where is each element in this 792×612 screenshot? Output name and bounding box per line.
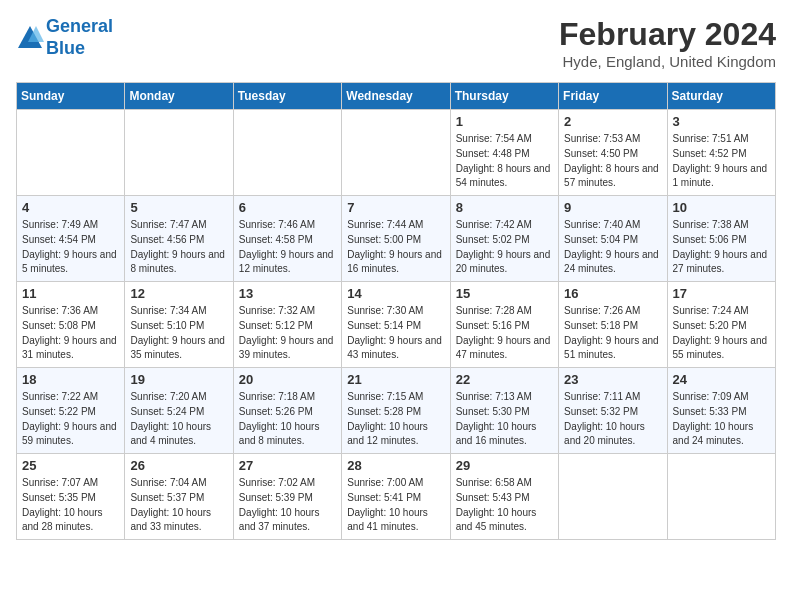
day-info: Daylight: 9 hours and 16 minutes. <box>347 248 444 276</box>
location-title: Hyde, England, United Kingdom <box>559 53 776 70</box>
calendar-cell: 28Sunrise: 7:00 AMSunset: 5:41 PMDayligh… <box>342 454 450 540</box>
day-info: Daylight: 10 hours and 37 minutes. <box>239 506 336 534</box>
calendar-header-row: SundayMondayTuesdayWednesdayThursdayFrid… <box>17 83 776 110</box>
day-info: Daylight: 8 hours and 57 minutes. <box>564 162 661 190</box>
calendar-cell <box>667 454 775 540</box>
day-info: Sunset: 5:32 PM <box>564 405 661 419</box>
calendar-cell <box>17 110 125 196</box>
day-info: Sunset: 5:12 PM <box>239 319 336 333</box>
day-info: Sunrise: 7:49 AM <box>22 218 119 232</box>
day-number: 19 <box>130 372 227 387</box>
day-number: 17 <box>673 286 770 301</box>
day-header-sunday: Sunday <box>17 83 125 110</box>
day-info: Sunrise: 7:34 AM <box>130 304 227 318</box>
day-info: Sunrise: 7:24 AM <box>673 304 770 318</box>
day-info: Sunrise: 7:38 AM <box>673 218 770 232</box>
day-info: Sunset: 5:26 PM <box>239 405 336 419</box>
day-number: 13 <box>239 286 336 301</box>
calendar-week-row: 25Sunrise: 7:07 AMSunset: 5:35 PMDayligh… <box>17 454 776 540</box>
calendar-cell: 22Sunrise: 7:13 AMSunset: 5:30 PMDayligh… <box>450 368 558 454</box>
day-number: 29 <box>456 458 553 473</box>
calendar-cell: 27Sunrise: 7:02 AMSunset: 5:39 PMDayligh… <box>233 454 341 540</box>
day-info: Sunrise: 7:13 AM <box>456 390 553 404</box>
day-info: Daylight: 10 hours and 8 minutes. <box>239 420 336 448</box>
calendar-cell: 25Sunrise: 7:07 AMSunset: 5:35 PMDayligh… <box>17 454 125 540</box>
day-info: Daylight: 10 hours and 33 minutes. <box>130 506 227 534</box>
day-info: Sunrise: 7:02 AM <box>239 476 336 490</box>
day-info: Sunrise: 7:00 AM <box>347 476 444 490</box>
day-info: Daylight: 10 hours and 28 minutes. <box>22 506 119 534</box>
day-number: 21 <box>347 372 444 387</box>
month-title: February 2024 <box>559 16 776 53</box>
day-info: Sunset: 4:50 PM <box>564 147 661 161</box>
day-info: Sunrise: 7:32 AM <box>239 304 336 318</box>
calendar-cell: 8Sunrise: 7:42 AMSunset: 5:02 PMDaylight… <box>450 196 558 282</box>
day-info: Daylight: 9 hours and 59 minutes. <box>22 420 119 448</box>
title-block: February 2024 Hyde, England, United King… <box>559 16 776 70</box>
day-info: Sunrise: 7:53 AM <box>564 132 661 146</box>
calendar-cell: 13Sunrise: 7:32 AMSunset: 5:12 PMDayligh… <box>233 282 341 368</box>
day-info: Daylight: 9 hours and 5 minutes. <box>22 248 119 276</box>
calendar-cell: 19Sunrise: 7:20 AMSunset: 5:24 PMDayligh… <box>125 368 233 454</box>
day-info: Daylight: 9 hours and 35 minutes. <box>130 334 227 362</box>
day-info: Sunrise: 7:36 AM <box>22 304 119 318</box>
day-info: Sunrise: 7:42 AM <box>456 218 553 232</box>
day-number: 27 <box>239 458 336 473</box>
day-info: Sunset: 5:41 PM <box>347 491 444 505</box>
calendar-week-row: 4Sunrise: 7:49 AMSunset: 4:54 PMDaylight… <box>17 196 776 282</box>
day-info: Daylight: 10 hours and 45 minutes. <box>456 506 553 534</box>
day-info: Sunrise: 6:58 AM <box>456 476 553 490</box>
day-info: Daylight: 9 hours and 20 minutes. <box>456 248 553 276</box>
day-info: Daylight: 9 hours and 1 minute. <box>673 162 770 190</box>
day-info: Sunrise: 7:54 AM <box>456 132 553 146</box>
calendar-cell: 10Sunrise: 7:38 AMSunset: 5:06 PMDayligh… <box>667 196 775 282</box>
calendar-cell: 2Sunrise: 7:53 AMSunset: 4:50 PMDaylight… <box>559 110 667 196</box>
calendar-table: SundayMondayTuesdayWednesdayThursdayFrid… <box>16 82 776 540</box>
day-info: Daylight: 9 hours and 31 minutes. <box>22 334 119 362</box>
day-info: Daylight: 9 hours and 8 minutes. <box>130 248 227 276</box>
day-info: Sunrise: 7:46 AM <box>239 218 336 232</box>
day-info: Sunrise: 7:20 AM <box>130 390 227 404</box>
day-header-wednesday: Wednesday <box>342 83 450 110</box>
day-info: Sunset: 5:06 PM <box>673 233 770 247</box>
day-header-tuesday: Tuesday <box>233 83 341 110</box>
day-info: Sunset: 5:14 PM <box>347 319 444 333</box>
calendar-cell: 9Sunrise: 7:40 AMSunset: 5:04 PMDaylight… <box>559 196 667 282</box>
calendar-cell: 24Sunrise: 7:09 AMSunset: 5:33 PMDayligh… <box>667 368 775 454</box>
day-info: Sunset: 5:00 PM <box>347 233 444 247</box>
day-info: Sunset: 5:02 PM <box>456 233 553 247</box>
page-header: General Blue February 2024 Hyde, England… <box>16 16 776 70</box>
day-info: Sunrise: 7:04 AM <box>130 476 227 490</box>
calendar-cell: 6Sunrise: 7:46 AMSunset: 4:58 PMDaylight… <box>233 196 341 282</box>
day-number: 23 <box>564 372 661 387</box>
day-number: 12 <box>130 286 227 301</box>
day-info: Daylight: 9 hours and 43 minutes. <box>347 334 444 362</box>
day-info: Daylight: 10 hours and 12 minutes. <box>347 420 444 448</box>
calendar-cell: 20Sunrise: 7:18 AMSunset: 5:26 PMDayligh… <box>233 368 341 454</box>
day-info: Daylight: 9 hours and 12 minutes. <box>239 248 336 276</box>
calendar-cell: 26Sunrise: 7:04 AMSunset: 5:37 PMDayligh… <box>125 454 233 540</box>
day-info: Daylight: 10 hours and 16 minutes. <box>456 420 553 448</box>
day-info: Sunset: 5:33 PM <box>673 405 770 419</box>
calendar-cell <box>125 110 233 196</box>
calendar-cell <box>342 110 450 196</box>
calendar-cell: 12Sunrise: 7:34 AMSunset: 5:10 PMDayligh… <box>125 282 233 368</box>
day-number: 11 <box>22 286 119 301</box>
day-info: Sunrise: 7:07 AM <box>22 476 119 490</box>
day-info: Daylight: 8 hours and 54 minutes. <box>456 162 553 190</box>
calendar-cell <box>559 454 667 540</box>
day-info: Sunset: 5:04 PM <box>564 233 661 247</box>
day-info: Sunset: 5:24 PM <box>130 405 227 419</box>
day-info: Sunrise: 7:40 AM <box>564 218 661 232</box>
day-info: Sunset: 5:43 PM <box>456 491 553 505</box>
day-info: Sunset: 4:48 PM <box>456 147 553 161</box>
day-number: 10 <box>673 200 770 215</box>
day-info: Daylight: 9 hours and 39 minutes. <box>239 334 336 362</box>
day-info: Sunrise: 7:26 AM <box>564 304 661 318</box>
day-number: 24 <box>673 372 770 387</box>
day-info: Sunset: 5:08 PM <box>22 319 119 333</box>
day-number: 28 <box>347 458 444 473</box>
day-header-saturday: Saturday <box>667 83 775 110</box>
calendar-cell: 23Sunrise: 7:11 AMSunset: 5:32 PMDayligh… <box>559 368 667 454</box>
day-info: Sunset: 5:18 PM <box>564 319 661 333</box>
